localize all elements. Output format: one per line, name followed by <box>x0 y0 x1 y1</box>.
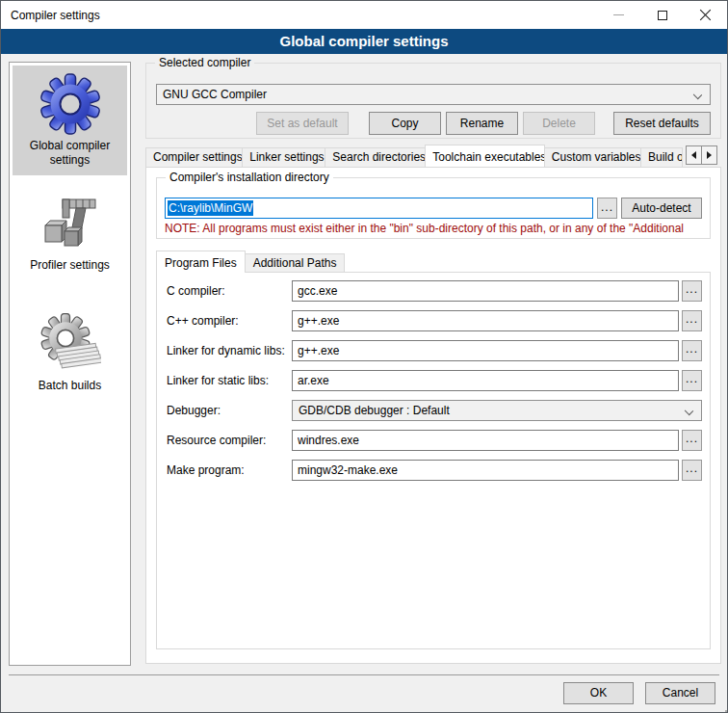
static-linker-label: Linker for static libs: <box>167 374 292 387</box>
gear-stack-icon <box>39 313 101 375</box>
cpp-compiler-browse-button[interactable]: ... <box>682 310 702 331</box>
arrow-right-icon <box>707 151 712 159</box>
dynamic-linker-browse-button[interactable]: ... <box>682 340 702 361</box>
debugger-row: Debugger: GDB/CDB debugger : Default <box>167 400 702 421</box>
sidebar-item-label: Profiler settings <box>14 258 125 273</box>
selected-compiler-combobox[interactable]: GNU GCC Compiler <box>156 84 711 105</box>
compiler-buttons-row: Set as default Copy Rename Delete Reset … <box>156 112 711 135</box>
install-dir-row: C:\raylib\MinGW ... Auto-detect <box>165 198 702 219</box>
static-linker-input[interactable] <box>292 370 679 391</box>
caption-buttons <box>597 1 727 29</box>
static-linker-browse-button[interactable]: ... <box>682 370 702 391</box>
dynamic-linker-input[interactable] <box>292 340 679 361</box>
make-program-browse-button[interactable]: ... <box>682 460 702 481</box>
make-program-label: Make program: <box>167 463 292 477</box>
install-dir-browse-button[interactable]: ... <box>597 198 617 219</box>
tab-scroll-right-button[interactable] <box>701 145 717 165</box>
debugger-value: GDB/CDB debugger : Default <box>299 404 450 417</box>
toolchain-executables-page: Compiler's installation directory C:\ray… <box>145 167 721 664</box>
selected-compiler-group-label: Selected compiler <box>155 56 254 69</box>
titlebar: Compiler settings <box>1 1 727 29</box>
chevron-down-icon <box>685 407 693 415</box>
delete-button[interactable]: Delete <box>523 112 595 135</box>
selected-compiler-value: GNU GCC Compiler <box>163 88 267 101</box>
resource-compiler-browse-button[interactable]: ... <box>682 430 702 451</box>
resource-compiler-label: Resource compiler: <box>167 434 292 447</box>
minimize-button[interactable] <box>597 1 640 29</box>
cpp-compiler-row: C++ compiler: ... <box>167 310 702 331</box>
install-dir-selected-text: C:\raylib\MinGW <box>168 200 253 216</box>
make-program-input[interactable] <box>292 460 679 481</box>
compiler-settings-dialog: Compiler settings Global compiler settin… <box>0 0 728 713</box>
tab-linker-settings[interactable]: Linker settings <box>242 147 325 167</box>
settings-tabstrip: Compiler settings Linker settings Search… <box>145 144 721 167</box>
close-icon <box>699 9 712 21</box>
program-files-page: C compiler: ... C++ compiler: ... Linker… <box>156 272 711 649</box>
c-compiler-browse-button[interactable]: ... <box>682 280 702 302</box>
close-button[interactable] <box>684 1 727 29</box>
sidebar-item-label: Global compiler settings <box>14 139 125 168</box>
reset-defaults-button[interactable]: Reset defaults <box>613 112 711 135</box>
rename-button[interactable]: Rename <box>446 112 518 135</box>
install-dir-group: Compiler's installation directory C:\ray… <box>156 177 711 239</box>
tab-scroll-left-button[interactable] <box>686 145 702 165</box>
maximize-button[interactable] <box>640 1 684 29</box>
cancel-button[interactable]: Cancel <box>645 682 715 704</box>
auto-detect-button[interactable]: Auto-detect <box>621 198 702 219</box>
settings-sidebar: Global compiler settings <box>9 62 131 666</box>
sidebar-item-global-compiler-settings[interactable]: Global compiler settings <box>13 66 127 175</box>
ok-button[interactable]: OK <box>563 682 634 704</box>
dynamic-linker-row: Linker for dynamic libs: ... <box>167 340 702 361</box>
install-dir-group-label: Compiler's installation directory <box>166 171 333 184</box>
tab-toolchain-executables[interactable]: Toolchain executables <box>425 145 545 167</box>
tab-scrollers <box>686 145 717 165</box>
make-program-row: Make program: ... <box>167 460 702 481</box>
copy-button[interactable]: Copy <box>369 112 441 135</box>
caliper-blocks-icon <box>39 193 101 254</box>
tab-build-options[interactable]: Build options <box>640 147 683 167</box>
dynamic-linker-label: Linker for dynamic libs: <box>167 344 292 357</box>
sidebar-item-label: Batch builds <box>14 379 125 393</box>
tab-compiler-settings[interactable]: Compiler settings <box>145 147 243 167</box>
set-as-default-button[interactable]: Set as default <box>256 112 349 135</box>
chevron-down-icon <box>693 91 702 99</box>
static-linker-row: Linker for static libs: ... <box>167 370 702 391</box>
cpp-compiler-input[interactable] <box>292 310 679 331</box>
cpp-compiler-label: C++ compiler: <box>167 314 292 328</box>
window-title: Compiler settings <box>1 9 100 22</box>
install-dir-note: NOTE: All programs must exist either in … <box>165 222 708 235</box>
footer-divider <box>9 674 719 675</box>
tab-search-directories[interactable]: Search directories <box>325 147 426 167</box>
debugger-label: Debugger: <box>167 404 292 417</box>
arrow-left-icon <box>691 151 696 159</box>
programs-subtabstrip: Program Files Additional Paths <box>156 250 345 272</box>
maximize-icon <box>658 11 667 20</box>
resize-grip-icon[interactable] <box>721 706 723 708</box>
c-compiler-label: C compiler: <box>167 284 292 298</box>
blue-gear-icon <box>39 73 101 135</box>
sidebar-item-profiler-settings[interactable]: Profiler settings <box>13 185 127 280</box>
subtab-additional-paths[interactable]: Additional Paths <box>245 253 346 272</box>
install-dir-input[interactable]: C:\raylib\MinGW <box>165 198 593 219</box>
sidebar-item-batch-builds[interactable]: Batch builds <box>13 305 127 401</box>
minimize-icon <box>613 14 624 15</box>
dialog-content: Global compiler settings <box>1 55 727 712</box>
c-compiler-row: C compiler: ... <box>167 280 702 302</box>
page-title: Global compiler settings <box>1 29 727 54</box>
resource-compiler-row: Resource compiler: ... <box>167 430 702 451</box>
debugger-combobox[interactable]: GDB/CDB debugger : Default <box>292 400 702 421</box>
selected-compiler-group: Selected compiler GNU GCC Compiler Set a… <box>145 63 721 139</box>
subtab-program-files[interactable]: Program Files <box>156 251 246 273</box>
c-compiler-input[interactable] <box>292 280 679 302</box>
resource-compiler-input[interactable] <box>292 430 679 451</box>
tab-custom-variables[interactable]: Custom variables <box>544 147 641 167</box>
